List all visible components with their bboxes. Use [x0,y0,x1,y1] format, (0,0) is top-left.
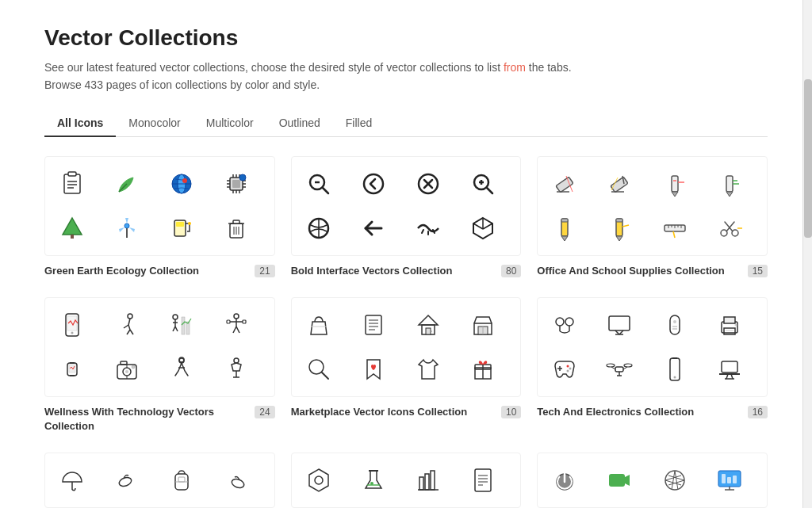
svg-rect-220 [727,477,731,483]
page-title: Vector Collections [44,25,768,51]
collection-icons-summer [44,453,275,508]
collection-card-office-school[interactable]: Office And School Supplies Collection 15 [537,156,768,278]
collection-card-marketplace[interactable]: Marketplace Vector Icons Collection 10 [291,297,522,434]
svg-rect-207 [609,474,625,487]
collection-count-green-earth: 21 [255,265,274,277]
scrollbar[interactable] [802,0,812,508]
icon-x-circle [408,163,449,204]
page-wrapper: Vector Collections See our latest featur… [25,0,787,508]
svg-rect-26 [71,235,74,239]
icon-pencil2 [599,208,640,249]
svg-point-129 [234,358,239,363]
icon-gas-pump [161,208,202,249]
icon-trophy-person [216,349,257,390]
svg-line-58 [483,223,492,229]
collection-icons-tech-electronics [537,297,768,397]
scrollbar-thumb[interactable] [804,79,812,238]
icon-person-activity [106,304,147,346]
collection-footer-bold-interface: Bold Interface Vectors Collection 80 [291,264,522,278]
svg-point-188 [118,476,132,488]
svg-point-171 [567,369,569,372]
svg-rect-11 [232,180,240,188]
tab-outlined[interactable]: Outlined [266,110,333,137]
svg-point-166 [734,323,737,326]
svg-rect-199 [431,471,435,490]
icon-pencil1 [544,208,585,249]
svg-rect-163 [724,317,735,323]
svg-line-100 [127,330,130,334]
collection-card-bold-interface[interactable]: Bold Interface Vectors Collection 80 [291,156,522,278]
svg-point-95 [71,331,74,334]
icon-gift [462,349,504,390]
icon-sandal [216,460,257,501]
svg-line-97 [128,319,130,325]
tab-multicolor[interactable]: Multicolor [193,110,266,137]
svg-line-57 [473,223,483,229]
svg-point-102 [173,315,178,319]
svg-point-196 [370,482,373,485]
icon-shirt [408,349,449,390]
svg-rect-34 [233,220,239,223]
svg-point-27 [124,223,129,228]
from-link[interactable]: from [504,61,526,74]
icon-phone-health [52,304,93,346]
svg-point-169 [567,365,569,367]
svg-rect-140 [426,328,431,334]
svg-rect-1 [68,172,76,176]
collection-card-summer[interactable] [44,453,275,508]
svg-point-192 [231,478,245,490]
icon-document-lines [462,460,504,501]
svg-marker-138 [419,315,438,325]
icon-house [408,304,449,346]
collection-footer-office-school: Office And School Supplies Collection 15 [537,264,768,278]
collection-card-green-earth[interactable]: Green Earth Ecology Collection 21 [44,156,275,278]
icon-power-button [544,460,585,501]
svg-marker-208 [625,475,630,486]
svg-line-211 [672,471,675,490]
svg-point-170 [569,367,572,369]
svg-marker-78 [616,236,622,241]
svg-point-151 [565,318,573,326]
svg-rect-123 [121,361,127,365]
tab-all-icons[interactable]: All Icons [44,110,116,137]
icon-eye-closed [408,208,449,249]
collection-card-wellness-tech[interactable]: Wellness With Technology Vectors Collect… [44,297,275,434]
icon-laptop-stand [709,349,750,390]
svg-point-24 [239,174,246,181]
svg-rect-197 [419,477,423,490]
icon-ruler [654,208,695,249]
svg-line-101 [130,330,133,334]
svg-rect-30 [176,222,184,227]
svg-point-9 [182,178,187,183]
collection-card-media[interactable] [537,453,768,508]
svg-rect-164 [724,328,735,334]
collection-count-bold-interface: 80 [501,265,521,277]
svg-rect-114 [227,320,230,323]
tabs-bar: All Icons Monocolor Multicolor Outlined … [44,110,768,137]
svg-rect-154 [609,316,630,330]
svg-line-99 [128,325,130,330]
collection-card-tech-electronics[interactable]: Tech And Electronics Collection 16 [537,297,768,434]
svg-point-176 [624,364,632,367]
tab-filled[interactable]: Filled [333,110,385,137]
collection-card-interface[interactable] [291,453,522,508]
svg-line-40 [323,188,328,193]
tab-monocolor[interactable]: Monocolor [116,110,193,137]
collections-grid: Green Earth Ecology Collection 21 [44,156,768,508]
icon-gamepad [544,349,585,390]
svg-rect-201 [475,469,491,491]
icon-trash [216,208,257,249]
svg-rect-0 [64,174,80,193]
icon-search-magnify [298,349,339,390]
icon-store [462,304,504,346]
icon-recycle-tree [52,208,93,249]
collection-name-wellness-tech: Wellness With Technology Vectors Collect… [44,405,248,434]
icon-monitor [599,304,640,346]
svg-rect-133 [366,315,381,334]
icon-processor [216,163,257,204]
icon-globe [161,163,202,204]
svg-rect-219 [722,474,726,483]
svg-rect-76 [561,219,568,222]
icon-smartphone [654,349,695,390]
svg-point-194 [315,476,323,484]
